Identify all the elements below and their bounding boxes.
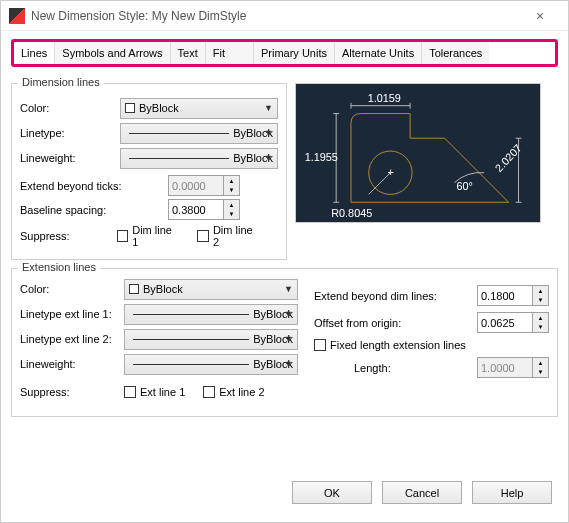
titlebar: New Dimension Style: My New DimStyle × [1,1,568,31]
tab-lines[interactable]: Lines [14,42,55,64]
group-title-dimension: Dimension lines [18,76,104,88]
ok-button[interactable]: OK [292,481,372,504]
label-ext-lt1: Linetype ext line 1: [20,308,124,320]
label-extend-beyond: Extend beyond dim lines: [314,290,477,302]
group-title-extension: Extension lines [18,261,100,273]
spinner-offset-origin[interactable]: ▲▼ [533,312,549,333]
tab-symbols-arrows[interactable]: Symbols and Arrows [55,42,170,64]
label-ext-suppress: Suppress: [20,386,124,398]
line-icon [129,158,229,159]
chevron-down-icon: ▼ [264,128,273,138]
label-linetype: Linetype: [20,127,120,139]
label-length: Length: [354,362,477,374]
checkbox-dim-line-2[interactable]: Dim line 2 [197,224,260,248]
label-suppress: Suppress: [20,230,117,242]
dialog-footer: OK Cancel Help [11,417,558,516]
tab-fit[interactable]: Fit [206,42,254,64]
select-ext-lweight[interactable]: ByBlock▼ [124,354,298,375]
svg-text:1.0159: 1.0159 [368,92,401,104]
tabs-bar: Lines Symbols and Arrows Text Fit Primar… [11,39,558,67]
svg-text:R0.8045: R0.8045 [331,207,372,219]
label-lineweight: Lineweight: [20,152,120,164]
select-dim-lineweight[interactable]: ByBlock ▼ [120,148,278,169]
chevron-down-icon: ▼ [284,284,293,294]
checkbox-ext-line-1[interactable]: Ext line 1 [124,386,185,398]
dialog-body: Lines Symbols and Arrows Text Fit Primar… [1,31,568,522]
label-extend-ticks: Extend beyond ticks: [20,180,168,192]
svg-text:1.1955: 1.1955 [305,151,338,163]
input-offset-origin[interactable] [477,312,533,333]
label-ext-lt2: Linetype ext line 2: [20,333,124,345]
select-ext-color[interactable]: ByBlock▼ [124,279,298,300]
tab-alternate-units[interactable]: Alternate Units [335,42,422,64]
spinner-baseline-spacing[interactable]: ▲▼ [224,199,240,220]
select-dim-color[interactable]: ByBlock ▼ [120,98,278,119]
spinner-extend-beyond[interactable]: ▲▼ [533,285,549,306]
chevron-down-icon: ▼ [264,103,273,113]
checkbox-dim-line-1[interactable]: Dim line 1 [117,224,180,248]
svg-text:+: + [387,166,393,178]
spinner-extend-ticks: ▲▼ [224,175,240,196]
select-ext-lt1[interactable]: ByBlock▼ [124,304,298,325]
label-ext-lweight: Lineweight: [20,358,124,370]
window-title: New Dimension Style: My New DimStyle [31,9,520,23]
label-ext-color: Color: [20,283,124,295]
checkbox-fixed-length[interactable]: Fixed length extension lines [314,339,466,351]
square-icon [129,284,139,294]
help-button[interactable]: Help [472,481,552,504]
label-color: Color: [20,102,120,114]
label-baseline-spacing: Baseline spacing: [20,204,168,216]
input-extend-beyond[interactable] [477,285,533,306]
label-offset-origin: Offset from origin: [314,317,477,329]
tab-primary-units[interactable]: Primary Units [254,42,335,64]
input-length [477,357,533,378]
line-icon [129,133,229,134]
spinner-length: ▲▼ [533,357,549,378]
group-dimension-lines: Dimension lines Color: ByBlock ▼ Linetyp… [11,83,287,260]
input-baseline-spacing[interactable] [168,199,224,220]
select-ext-lt2[interactable]: ByBlock▼ [124,329,298,350]
group-extension-lines: Extension lines Color: ByBlock▼ Linetype… [11,268,558,417]
cancel-button[interactable]: Cancel [382,481,462,504]
close-button[interactable]: × [520,8,560,24]
tab-tolerances[interactable]: Tolerances [422,42,489,64]
select-dim-linetype[interactable]: ByBlock ▼ [120,123,278,144]
svg-text:60°: 60° [456,180,472,192]
app-icon [9,8,25,24]
tab-text[interactable]: Text [171,42,206,64]
square-icon [125,103,135,113]
dimension-preview: 1.0159 1.1955 2.0207 R0.8045 60° + [295,83,541,223]
checkbox-ext-line-2[interactable]: Ext line 2 [203,386,264,398]
input-extend-ticks [168,175,224,196]
chevron-down-icon: ▼ [264,153,273,163]
dialog-window: New Dimension Style: My New DimStyle × L… [0,0,569,523]
